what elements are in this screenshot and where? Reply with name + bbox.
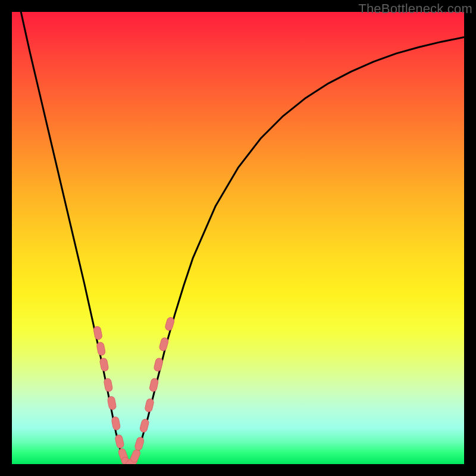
- chart-svg: [12, 12, 464, 464]
- curve-marker: [149, 378, 158, 392]
- svg-rect-5: [111, 416, 121, 431]
- svg-rect-4: [107, 396, 117, 410]
- curve-marker: [99, 358, 109, 372]
- svg-rect-14: [149, 378, 158, 392]
- curve-layer: [12, 12, 464, 464]
- curve-marker: [107, 396, 117, 410]
- svg-rect-3: [104, 378, 113, 392]
- svg-rect-16: [159, 337, 169, 351]
- svg-rect-15: [154, 358, 164, 372]
- svg-rect-17: [164, 317, 175, 331]
- curve-marker: [134, 437, 145, 452]
- curve-marker: [115, 434, 125, 449]
- curve-marker: [111, 416, 121, 431]
- curve-marker: [145, 398, 155, 412]
- plot-area: [12, 12, 464, 464]
- svg-rect-6: [115, 434, 125, 449]
- bottleneck-curve: [12, 12, 464, 464]
- curve-marker: [93, 326, 102, 340]
- svg-rect-12: [139, 418, 149, 433]
- curve-marker: [139, 418, 149, 433]
- marker-layer: [93, 317, 175, 464]
- curve-marker: [154, 358, 164, 372]
- curve-marker: [164, 317, 175, 331]
- svg-rect-1: [96, 342, 106, 356]
- curve-marker: [96, 342, 106, 356]
- svg-rect-10: [130, 449, 142, 464]
- svg-rect-11: [134, 437, 145, 452]
- chart-frame: TheBottleneck.com: [0, 0, 476, 476]
- svg-rect-0: [93, 326, 102, 340]
- curve-marker: [104, 378, 113, 392]
- curve-marker: [130, 449, 142, 464]
- svg-rect-13: [145, 398, 155, 412]
- curve-marker: [159, 337, 169, 351]
- svg-rect-2: [99, 358, 109, 372]
- watermark-text: TheBottleneck.com: [358, 1, 472, 17]
